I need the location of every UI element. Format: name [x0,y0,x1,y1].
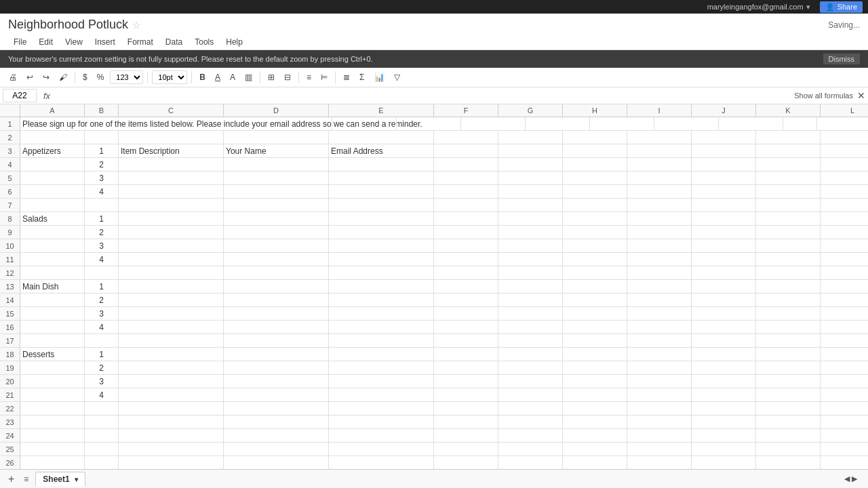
cell-d20[interactable] [224,375,329,388]
cell-l1[interactable] [719,117,783,130]
cell-c18[interactable] [119,348,224,361]
cell-j23[interactable] [692,415,756,428]
cell-k4[interactable] [756,158,821,171]
menu-edit[interactable]: Edit [33,35,58,49]
col-header-f[interactable]: F [434,104,498,117]
cell-c10[interactable] [119,239,224,252]
cell-l19[interactable] [821,361,868,374]
cell-e16[interactable] [329,321,434,333]
cell-f10[interactable] [434,239,498,252]
cell-f15[interactable] [434,307,498,320]
cell-c9[interactable] [119,226,224,239]
cell-f6[interactable] [434,185,498,198]
cell-h25[interactable] [563,443,627,455]
cell-k16[interactable] [756,321,821,333]
cell-b16[interactable]: 4 [85,321,119,333]
cell-k25[interactable] [756,443,821,455]
cell-j5[interactable] [692,171,756,184]
cell-e6[interactable] [329,185,434,198]
cell-h1[interactable] [461,117,526,130]
cell-j17[interactable] [692,334,756,347]
cell-h23[interactable] [563,415,627,428]
cell-a3[interactable]: Appetizers [20,144,85,157]
cell-d25[interactable] [224,443,329,455]
cell-h15[interactable] [563,307,627,320]
cell-k8[interactable] [756,212,821,225]
cell-d24[interactable] [224,429,329,442]
cell-d3[interactable]: Your Name [224,144,329,157]
cell-d4[interactable] [224,158,329,171]
cell-g12[interactable] [498,266,563,279]
cell-i6[interactable] [627,185,692,198]
cell-c24[interactable] [119,429,224,442]
cell-j24[interactable] [692,429,756,442]
cell-d12[interactable] [224,266,329,279]
cell-k6[interactable] [756,185,821,198]
cell-i3[interactable] [627,144,692,157]
cell-k10[interactable] [756,239,821,252]
cell-i2[interactable] [627,131,692,144]
cell-l25[interactable] [821,443,868,455]
cell-f25[interactable] [434,443,498,455]
cell-e7[interactable] [329,199,434,211]
cell-l7[interactable] [821,199,868,211]
cell-g13[interactable] [498,280,563,293]
cell-f1[interactable] [332,117,397,130]
add-sheet-button[interactable]: + [5,473,17,485]
cell-h16[interactable] [563,321,627,333]
cell-f12[interactable] [434,266,498,279]
cell-g4[interactable] [498,158,563,171]
cell-d5[interactable] [224,171,329,184]
cell-j21[interactable] [692,388,756,401]
cell-g25[interactable] [498,443,563,455]
cell-j8[interactable] [692,212,756,225]
cell-e4[interactable] [329,158,434,171]
cell-f5[interactable] [434,171,498,184]
menu-data[interactable]: Data [160,35,188,49]
cell-d6[interactable] [224,185,329,198]
cell-k13[interactable] [756,280,821,293]
cell-i4[interactable] [627,158,692,171]
cell-b6[interactable]: 4 [85,185,119,198]
cell-j7[interactable] [692,199,756,211]
cell-c14[interactable] [119,293,224,306]
filter-button[interactable]: ▽ [391,70,403,84]
cell-j19[interactable] [692,361,756,374]
cell-l12[interactable] [821,266,868,279]
cell-c4[interactable] [119,158,224,171]
cell-h5[interactable] [563,171,627,184]
cell-l2[interactable] [821,131,868,144]
cell-e3[interactable]: Email Address [329,144,434,157]
cell-d26[interactable] [224,456,329,469]
cell-a1[interactable]: Please sign up for one of the items list… [20,117,332,130]
close-formula-bar-button[interactable]: ✕ [857,90,865,101]
cell-e2[interactable] [329,131,434,144]
cell-m1[interactable] [783,117,817,130]
cell-d2[interactable] [224,131,329,144]
cell-h9[interactable] [563,226,627,239]
cell-i26[interactable] [627,456,692,469]
cell-c23[interactable] [119,415,224,428]
cell-b9[interactable]: 2 [85,226,119,239]
menu-insert[interactable]: Insert [90,35,121,49]
cell-l18[interactable] [821,348,868,361]
cell-a14[interactable] [20,293,85,306]
cell-g10[interactable] [498,239,563,252]
cell-h13[interactable] [563,280,627,293]
star-icon[interactable]: ☆ [132,20,141,30]
cell-j25[interactable] [692,443,756,455]
underline-button[interactable]: A [212,70,224,84]
cell-g7[interactable] [498,199,563,211]
cell-l21[interactable] [821,388,868,401]
col-header-c[interactable]: C [119,104,224,117]
cell-g3[interactable] [498,144,563,157]
cell-b13[interactable]: 1 [85,280,119,293]
cell-j22[interactable] [692,402,756,415]
cell-h24[interactable] [563,429,627,442]
dismiss-button[interactable]: Dismiss [823,54,861,64]
cell-a8[interactable]: Salads [20,212,85,225]
cell-a13[interactable]: Main Dish [20,280,85,293]
cell-f4[interactable] [434,158,498,171]
nav-arrows[interactable]: ◀ ▶ [844,474,857,483]
cell-a17[interactable] [20,334,85,347]
